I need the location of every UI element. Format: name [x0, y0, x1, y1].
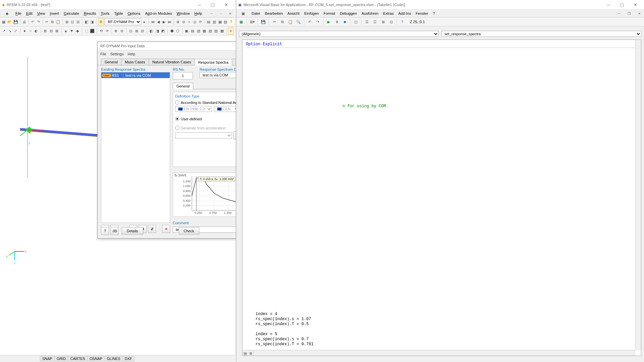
vba-proc-combo[interactable]: set_response_spectra [441, 31, 641, 37]
tab-general[interactable]: General [101, 59, 121, 65]
t2-e-icon[interactable]: ○ [28, 27, 33, 35]
vba-paste-icon[interactable]: 📋 [287, 18, 294, 25]
t2-5-icon[interactable]: ▧ [208, 27, 213, 35]
vba-redo-icon[interactable]: ↷ [314, 18, 321, 25]
tb-a-icon[interactable]: ⊞ [64, 18, 69, 25]
t2-last-icon[interactable]: ≡ [228, 27, 233, 35]
t2-7-icon[interactable]: ▩ [219, 27, 225, 35]
vba-menu-fenster[interactable]: Fenster [414, 11, 430, 16]
t2-a-icon[interactable]: ↗ [1, 27, 7, 35]
module-selector[interactable]: RF-DYNAM Pro [105, 18, 141, 25]
tb-b-icon[interactable]: ⊡ [70, 18, 75, 25]
t2-n-icon[interactable]: ⬛ [90, 27, 95, 35]
vba-mdi-restore-icon[interactable]: ❐ [626, 11, 633, 16]
tb-nav1-icon[interactable]: ⏮ [151, 18, 156, 25]
tb-nav3-icon[interactable]: ▶ [162, 18, 167, 25]
t2-i-icon[interactable]: ⊠ [54, 27, 60, 35]
check-button[interactable]: Check [179, 227, 199, 235]
tb-nav4-icon[interactable]: ⏭ [167, 18, 172, 25]
code-hscroll[interactable] [243, 350, 636, 356]
dlg-menu-help[interactable]: Help [127, 52, 135, 56]
t2-z-icon[interactable]: ⬡ [175, 27, 180, 35]
t2-m-icon[interactable]: ⬚ [84, 27, 89, 35]
t2-u-icon[interactable]: ⊟ [140, 27, 145, 35]
t2-q-icon[interactable]: ⊕ [113, 27, 119, 35]
mdi-max-icon[interactable]: ▫ [218, 11, 223, 16]
rsno-input[interactable] [173, 72, 193, 79]
tb-x3-icon[interactable]: ⌖ [187, 18, 192, 25]
t2-2-icon[interactable]: ▤ [190, 27, 195, 35]
vba-code-editor[interactable]: Option Explicit n for using by COM. inde… [242, 40, 641, 356]
menu-view[interactable]: View [35, 11, 47, 16]
menu-edit[interactable]: Edit [24, 11, 35, 16]
tb-x2-icon[interactable]: ⊖ [181, 18, 186, 25]
tb-copy-icon[interactable]: ⧉ [50, 18, 55, 25]
view-proc-icon[interactable]: ▤ [243, 350, 248, 356]
tab-response-spectra[interactable]: Response Spectra [195, 59, 232, 65]
vba-help2-icon[interactable]: ? [398, 18, 406, 25]
tb-go-icon[interactable]: ▸ [142, 18, 147, 25]
status-osnap[interactable]: OSNAP [87, 356, 105, 361]
tab-mass-cases[interactable]: Mass Cases [121, 59, 149, 65]
t2-v-icon[interactable]: ◧ [149, 27, 154, 35]
tb-x1-icon[interactable]: ⊕ [176, 18, 181, 25]
vba-menu-format[interactable]: Format [321, 11, 337, 16]
tb-y2-icon[interactable]: ▥ [212, 18, 217, 25]
menu-window[interactable]: Window [175, 11, 192, 16]
vba-menu-ausfuehren[interactable]: Ausführen [360, 11, 380, 16]
radio-standard[interactable] [175, 100, 179, 105]
code-vscroll[interactable] [635, 40, 641, 350]
t2-o-icon[interactable]: ⟲ [99, 27, 104, 35]
t2-l-icon[interactable]: ◆ [75, 27, 80, 35]
rfem-menu-icon[interactable]: ◆ [1, 9, 13, 18]
t2-g-icon[interactable]: ⊞ [43, 27, 48, 35]
vba-insert-icon[interactable]: ⊞▾ [249, 18, 256, 25]
vba-minimize-button[interactable]: ─ [602, 0, 615, 9]
vba-break-icon[interactable]: ⏸ [333, 18, 340, 25]
t2-4-icon[interactable]: ▦ [202, 27, 207, 35]
rs-list[interactable]: User RS1 test rs via COM [101, 72, 170, 223]
t2-f-icon[interactable]: ◐ [34, 27, 39, 35]
vba-menu-bearbeiten[interactable]: Bearbeiten [263, 11, 285, 16]
t2-r-icon[interactable]: ⊖ [119, 27, 125, 35]
tb-y1-icon[interactable]: ▤ [206, 18, 211, 25]
t2-k-icon[interactable]: ▼ [69, 27, 74, 35]
tab-nvc[interactable]: Natural Vibration Cases [149, 59, 195, 65]
status-glines[interactable]: GLINES [104, 356, 122, 361]
menu-help[interactable]: Help [193, 11, 204, 16]
t2-h-icon[interactable]: ⊟ [49, 27, 54, 35]
tb-x5-icon[interactable]: ⟳ [198, 18, 203, 25]
vba-reset-icon[interactable]: ■ [341, 18, 348, 25]
status-snap[interactable]: SNAP [40, 356, 55, 361]
close-button[interactable]: ✕ [219, 0, 233, 9]
vba-ob-icon[interactable]: ⊞ [379, 18, 387, 25]
vba-mdi-min-icon[interactable]: ─ [616, 11, 622, 16]
vba-menu-addins[interactable]: Add-Ins [396, 11, 413, 16]
vba-menu-debuggen[interactable]: Debuggen [338, 11, 359, 16]
menu-file[interactable]: File [13, 11, 23, 16]
t2-6-icon[interactable]: ▨ [214, 27, 219, 35]
units-button[interactable]: .00 [110, 227, 118, 235]
vba-menu-ansicht[interactable]: Ansicht [285, 11, 302, 16]
vba-design-icon[interactable]: ◫ [352, 18, 360, 25]
tb-undo-icon[interactable]: ↶ [30, 18, 35, 25]
tb-d-icon[interactable]: ◧ [84, 18, 89, 25]
vba-copy-icon[interactable]: ⧉ [279, 18, 286, 25]
status-grid[interactable]: GRID [54, 356, 68, 361]
help-button[interactable]: ? [101, 227, 109, 235]
tb-open-icon[interactable]: 📂 [7, 18, 12, 25]
vba-run-icon[interactable]: ▶ [325, 18, 332, 25]
mdi-close-icon[interactable]: ✕ [227, 11, 233, 16]
tb-e-icon[interactable]: ◨ [90, 18, 95, 25]
vba-mdi-close-icon[interactable]: ✕ [636, 11, 643, 16]
vba-object-combo[interactable]: (Allgemein) [239, 31, 439, 37]
vba-menu-einfuegen[interactable]: Einfügen [302, 11, 321, 16]
menu-insert[interactable]: Insert [48, 11, 61, 16]
menu-addons[interactable]: Add-on Modules [143, 11, 174, 16]
vba-prop-icon[interactable]: ☲ [371, 18, 379, 25]
vba-menu-datei[interactable]: Datei [250, 11, 262, 16]
menu-calculate[interactable]: Calculate [62, 11, 81, 16]
vba-mdi-icon[interactable]: ▣ [237, 9, 249, 18]
t2-c-icon[interactable]: ⤢ [13, 27, 18, 35]
vba-pe-icon[interactable]: ☰ [363, 18, 371, 25]
